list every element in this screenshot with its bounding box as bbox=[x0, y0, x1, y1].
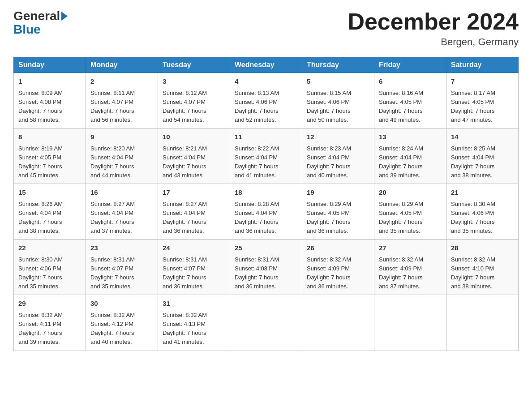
day-info: Sunrise: 8:13 AMSunset: 4:06 PMDaylight:… bbox=[235, 89, 297, 125]
day-info: Sunrise: 8:20 AMSunset: 4:04 PMDaylight:… bbox=[90, 144, 153, 180]
title-block: December 2024 Bergen, Germany bbox=[348, 9, 519, 48]
header-tuesday: Tuesday bbox=[158, 57, 230, 73]
location-subtitle: Bergen, Germany bbox=[348, 36, 519, 48]
calendar-week-row: 29Sunrise: 8:32 AMSunset: 4:11 PMDayligh… bbox=[14, 295, 519, 351]
calendar-cell: 31Sunrise: 8:32 AMSunset: 4:13 PMDayligh… bbox=[158, 295, 230, 351]
day-number: 27 bbox=[379, 243, 442, 253]
day-info: Sunrise: 8:32 AMSunset: 4:12 PMDaylight:… bbox=[90, 311, 153, 347]
day-info: Sunrise: 8:32 AMSunset: 4:13 PMDaylight:… bbox=[163, 311, 225, 347]
calendar-cell: 14Sunrise: 8:25 AMSunset: 4:04 PMDayligh… bbox=[446, 128, 519, 184]
day-info: Sunrise: 8:29 AMSunset: 4:05 PMDaylight:… bbox=[307, 200, 369, 236]
day-info: Sunrise: 8:32 AMSunset: 4:09 PMDaylight:… bbox=[379, 255, 442, 291]
day-number: 19 bbox=[307, 188, 369, 198]
day-number: 7 bbox=[451, 77, 514, 87]
day-info: Sunrise: 8:29 AMSunset: 4:05 PMDaylight:… bbox=[379, 200, 442, 236]
day-info: Sunrise: 8:12 AMSunset: 4:07 PMDaylight:… bbox=[163, 89, 225, 125]
calendar-cell: 7Sunrise: 8:17 AMSunset: 4:05 PMDaylight… bbox=[446, 73, 519, 128]
logo-general-text: General bbox=[13, 9, 60, 23]
day-number: 9 bbox=[90, 132, 153, 142]
day-number: 10 bbox=[163, 132, 225, 142]
day-number: 28 bbox=[451, 243, 514, 253]
day-info: Sunrise: 8:27 AMSunset: 4:04 PMDaylight:… bbox=[163, 200, 225, 236]
header-monday: Monday bbox=[86, 57, 158, 73]
day-info: Sunrise: 8:32 AMSunset: 4:10 PMDaylight:… bbox=[451, 255, 514, 291]
calendar-cell: 27Sunrise: 8:32 AMSunset: 4:09 PMDayligh… bbox=[374, 240, 446, 295]
day-info: Sunrise: 8:19 AMSunset: 4:05 PMDaylight:… bbox=[18, 144, 81, 180]
day-number: 15 bbox=[18, 188, 81, 198]
day-number: 31 bbox=[163, 299, 225, 309]
day-number: 16 bbox=[90, 188, 153, 198]
month-title: December 2024 bbox=[348, 9, 519, 34]
calendar-cell: 12Sunrise: 8:23 AMSunset: 4:04 PMDayligh… bbox=[302, 128, 374, 184]
day-number: 11 bbox=[235, 132, 297, 142]
calendar-cell: 24Sunrise: 8:31 AMSunset: 4:07 PMDayligh… bbox=[158, 240, 230, 295]
day-number: 29 bbox=[18, 299, 81, 309]
day-info: Sunrise: 8:26 AMSunset: 4:04 PMDaylight:… bbox=[18, 200, 81, 236]
day-info: Sunrise: 8:23 AMSunset: 4:04 PMDaylight:… bbox=[307, 144, 369, 180]
calendar-cell: 22Sunrise: 8:30 AMSunset: 4:06 PMDayligh… bbox=[14, 240, 86, 295]
day-info: Sunrise: 8:27 AMSunset: 4:04 PMDaylight:… bbox=[90, 200, 153, 236]
header-wednesday: Wednesday bbox=[230, 57, 302, 73]
page-header: General Blue December 2024 Bergen, Germa… bbox=[13, 9, 519, 48]
day-number: 25 bbox=[235, 243, 297, 253]
day-number: 30 bbox=[90, 299, 153, 309]
header-friday: Friday bbox=[374, 57, 446, 73]
day-info: Sunrise: 8:30 AMSunset: 4:06 PMDaylight:… bbox=[18, 255, 81, 291]
day-number: 18 bbox=[235, 188, 297, 198]
day-info: Sunrise: 8:21 AMSunset: 4:04 PMDaylight:… bbox=[163, 144, 225, 180]
day-number: 6 bbox=[379, 77, 442, 87]
header-thursday: Thursday bbox=[302, 57, 374, 73]
calendar-cell: 4Sunrise: 8:13 AMSunset: 4:06 PMDaylight… bbox=[230, 73, 302, 128]
day-number: 24 bbox=[163, 243, 225, 253]
day-number: 12 bbox=[307, 132, 369, 142]
day-number: 13 bbox=[379, 132, 442, 142]
day-info: Sunrise: 8:15 AMSunset: 4:06 PMDaylight:… bbox=[307, 89, 369, 125]
logo-arrow-icon bbox=[61, 12, 68, 21]
day-info: Sunrise: 8:11 AMSunset: 4:07 PMDaylight:… bbox=[90, 89, 153, 125]
day-info: Sunrise: 8:22 AMSunset: 4:04 PMDaylight:… bbox=[235, 144, 297, 180]
calendar-cell: 30Sunrise: 8:32 AMSunset: 4:12 PMDayligh… bbox=[86, 295, 158, 351]
calendar-cell: 29Sunrise: 8:32 AMSunset: 4:11 PMDayligh… bbox=[14, 295, 86, 351]
day-info: Sunrise: 8:24 AMSunset: 4:04 PMDaylight:… bbox=[379, 144, 442, 180]
logo-blue-text: Blue bbox=[13, 22, 41, 37]
calendar-cell: 1Sunrise: 8:09 AMSunset: 4:08 PMDaylight… bbox=[14, 73, 86, 128]
calendar-week-row: 22Sunrise: 8:30 AMSunset: 4:06 PMDayligh… bbox=[14, 240, 519, 295]
calendar-cell bbox=[230, 295, 302, 351]
calendar-cell: 28Sunrise: 8:32 AMSunset: 4:10 PMDayligh… bbox=[446, 240, 519, 295]
day-number: 5 bbox=[307, 77, 369, 87]
calendar-cell: 5Sunrise: 8:15 AMSunset: 4:06 PMDaylight… bbox=[302, 73, 374, 128]
calendar-cell: 3Sunrise: 8:12 AMSunset: 4:07 PMDaylight… bbox=[158, 73, 230, 128]
day-number: 23 bbox=[90, 243, 153, 253]
calendar-cell: 21Sunrise: 8:30 AMSunset: 4:06 PMDayligh… bbox=[446, 184, 519, 240]
calendar-cell: 11Sunrise: 8:22 AMSunset: 4:04 PMDayligh… bbox=[230, 128, 302, 184]
header-sunday: Sunday bbox=[14, 57, 86, 73]
day-info: Sunrise: 8:28 AMSunset: 4:04 PMDaylight:… bbox=[235, 200, 297, 236]
day-number: 3 bbox=[163, 77, 225, 87]
calendar-cell: 18Sunrise: 8:28 AMSunset: 4:04 PMDayligh… bbox=[230, 184, 302, 240]
day-number: 1 bbox=[18, 77, 81, 87]
calendar-cell: 19Sunrise: 8:29 AMSunset: 4:05 PMDayligh… bbox=[302, 184, 374, 240]
day-number: 2 bbox=[90, 77, 153, 87]
calendar-cell: 2Sunrise: 8:11 AMSunset: 4:07 PMDaylight… bbox=[86, 73, 158, 128]
day-number: 17 bbox=[163, 188, 225, 198]
calendar-week-row: 8Sunrise: 8:19 AMSunset: 4:05 PMDaylight… bbox=[14, 128, 519, 184]
day-number: 8 bbox=[18, 132, 81, 142]
day-number: 21 bbox=[451, 188, 514, 198]
calendar-table: SundayMondayTuesdayWednesdayThursdayFrid… bbox=[13, 57, 519, 351]
calendar-cell bbox=[446, 295, 519, 351]
day-info: Sunrise: 8:25 AMSunset: 4:04 PMDaylight:… bbox=[451, 144, 514, 180]
day-info: Sunrise: 8:30 AMSunset: 4:06 PMDaylight:… bbox=[451, 200, 514, 236]
day-number: 20 bbox=[379, 188, 442, 198]
day-info: Sunrise: 8:09 AMSunset: 4:08 PMDaylight:… bbox=[18, 89, 81, 125]
header-saturday: Saturday bbox=[446, 57, 519, 73]
calendar-header-row: SundayMondayTuesdayWednesdayThursdayFrid… bbox=[14, 57, 519, 73]
day-info: Sunrise: 8:31 AMSunset: 4:07 PMDaylight:… bbox=[163, 255, 225, 291]
day-number: 22 bbox=[18, 243, 81, 253]
day-info: Sunrise: 8:32 AMSunset: 4:09 PMDaylight:… bbox=[307, 255, 369, 291]
day-number: 26 bbox=[307, 243, 369, 253]
calendar-week-row: 15Sunrise: 8:26 AMSunset: 4:04 PMDayligh… bbox=[14, 184, 519, 240]
logo: General Blue bbox=[13, 9, 68, 37]
calendar-cell: 8Sunrise: 8:19 AMSunset: 4:05 PMDaylight… bbox=[14, 128, 86, 184]
calendar-cell: 13Sunrise: 8:24 AMSunset: 4:04 PMDayligh… bbox=[374, 128, 446, 184]
calendar-cell: 20Sunrise: 8:29 AMSunset: 4:05 PMDayligh… bbox=[374, 184, 446, 240]
